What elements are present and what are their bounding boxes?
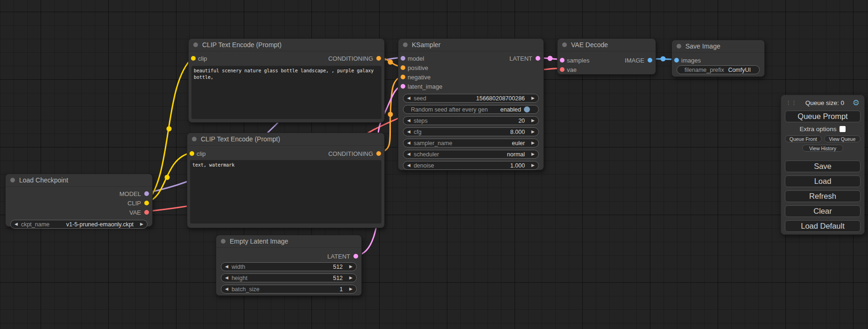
increment-arrow-icon[interactable]: ▶	[349, 287, 353, 291]
slot-row-positive: positive	[398, 63, 543, 72]
negative-prompt-textarea[interactable]: text, watermark	[190, 160, 381, 224]
load-default-button[interactable]: Load Default	[785, 220, 861, 232]
latent-image-input-slot[interactable]	[401, 84, 405, 89]
collapse-dot-icon[interactable]	[10, 178, 15, 182]
save-button[interactable]: Save	[785, 161, 861, 172]
node-title-bar[interactable]: KSampler	[398, 39, 543, 51]
slot-row-latent-image: latent_image	[398, 82, 543, 91]
collapse-dot-icon[interactable]	[562, 42, 567, 47]
width-widget[interactable]: ◀ width 512 ▶	[221, 262, 357, 271]
output-label: IMAGE	[625, 57, 644, 64]
node-save-image[interactable]: Save Image images filename_prefix ComfyU…	[671, 40, 765, 77]
decrement-arrow-icon[interactable]: ◀	[407, 152, 410, 156]
positive-prompt-textarea[interactable]: beautiful scenery nature glass bottle la…	[191, 66, 381, 119]
node-load-checkpoint[interactable]: Load Checkpoint MODEL CLIP VAE ◀ ckpt_na…	[5, 174, 153, 227]
images-input-slot[interactable]	[674, 58, 679, 63]
height-widget[interactable]: ◀ height 512 ▶	[221, 273, 357, 282]
node-vae-decode[interactable]: VAE Decode samples IMAGE vae	[557, 38, 656, 75]
node-title-bar[interactable]: Load Checkpoint	[6, 174, 152, 187]
input-label: negative	[408, 74, 430, 81]
input-label: latent_image	[408, 83, 442, 90]
filename-prefix-widget[interactable]: filename_prefix ComfyUI	[677, 65, 760, 74]
decrement-arrow-icon[interactable]: ◀	[407, 141, 410, 145]
scheduler-widget[interactable]: ◀ scheduler normal ▶	[403, 150, 539, 159]
decrement-arrow-icon[interactable]: ◀	[407, 119, 410, 123]
settings-gear-icon[interactable]: ⚙	[853, 99, 860, 107]
collapse-dot-icon[interactable]	[193, 42, 198, 47]
positive-input-slot[interactable]	[401, 65, 405, 70]
model-output-slot[interactable]	[144, 191, 149, 196]
drag-handle-icon[interactable]: ⋮⋮	[786, 100, 797, 106]
view-queue-button[interactable]: View Queue	[824, 135, 861, 142]
clear-button[interactable]: Clear	[785, 205, 861, 217]
decrement-arrow-icon[interactable]: ◀	[225, 265, 228, 269]
node-clip-text-encode-negative[interactable]: CLIP Text Encode (Prompt) clip CONDITION…	[187, 133, 385, 228]
increment-arrow-icon[interactable]: ▶	[531, 130, 535, 134]
input-label: vae	[567, 66, 577, 73]
collapse-dot-icon[interactable]	[677, 44, 681, 49]
random-seed-toggle-widget[interactable]: Random seed after every gen enabled	[403, 105, 539, 114]
node-ksampler[interactable]: KSampler model LATENT positive negative …	[398, 38, 544, 170]
widget-label: scheduler	[414, 151, 439, 158]
extra-options-row: Extra options	[781, 126, 864, 133]
vae-output-slot[interactable]	[144, 210, 149, 215]
collapse-dot-icon[interactable]	[192, 137, 197, 141]
increment-arrow-icon[interactable]: ▶	[531, 119, 535, 123]
decrement-arrow-icon[interactable]: ◀	[407, 163, 410, 168]
node-title-bar[interactable]: CLIP Text Encode (Prompt)	[187, 133, 384, 146]
increment-arrow-icon[interactable]: ▶	[531, 152, 535, 156]
decrement-arrow-icon[interactable]: ◀	[407, 96, 410, 100]
latent-output-slot[interactable]	[353, 254, 358, 259]
toggle-dot-icon[interactable]	[524, 106, 530, 112]
collapse-dot-icon[interactable]	[221, 239, 226, 244]
node-graph-canvas[interactable]: Load Checkpoint MODEL CLIP VAE ◀ ckpt_na…	[0, 0, 868, 329]
vae-input-slot[interactable]	[560, 67, 565, 72]
batch-size-widget[interactable]: ◀ batch_size 1 ▶	[221, 285, 357, 294]
ckpt-name-widget[interactable]: ◀ ckpt_name v1-5-pruned-emaonly.ckpt ▶	[10, 220, 148, 229]
node-title-bar[interactable]: VAE Decode	[557, 39, 656, 51]
cfg-widget[interactable]: ◀ cfg 8.000 ▶	[403, 127, 539, 136]
node-title-bar[interactable]: CLIP Text Encode (Prompt)	[189, 39, 384, 51]
increment-arrow-icon[interactable]: ▶	[349, 265, 353, 269]
increment-arrow-icon[interactable]: ▶	[531, 141, 535, 145]
view-history-button[interactable]: View History	[802, 145, 843, 152]
conditioning-output-slot[interactable]	[376, 151, 381, 156]
latent-output-slot[interactable]	[536, 56, 540, 61]
widget-label: cfg	[414, 129, 422, 135]
clip-input-slot[interactable]	[191, 56, 196, 61]
collapse-dot-icon[interactable]	[403, 42, 408, 47]
seed-widget[interactable]: ◀ seed 156680208700286 ▶	[403, 94, 539, 103]
node-title-bar[interactable]: Empty Latent Image	[216, 235, 361, 248]
load-button[interactable]: Load	[785, 175, 861, 187]
increment-arrow-icon[interactable]: ▶	[531, 163, 535, 168]
output-label: CLIP	[127, 200, 141, 207]
decrement-arrow-icon[interactable]: ◀	[225, 276, 228, 280]
decrement-arrow-icon[interactable]: ◀	[225, 287, 228, 291]
conditioning-output-slot[interactable]	[376, 56, 381, 61]
negative-input-slot[interactable]	[401, 75, 405, 79]
widget-label: batch_size	[232, 286, 260, 293]
extra-options-checkbox[interactable]	[840, 126, 846, 132]
queue-prompt-button[interactable]: Queue Prompt	[785, 111, 861, 122]
widget-value: euler	[512, 140, 525, 147]
samples-input-slot[interactable]	[560, 58, 565, 63]
decrement-arrow-icon[interactable]: ◀	[14, 222, 18, 226]
model-input-slot[interactable]	[401, 56, 405, 61]
increment-arrow-icon[interactable]: ▶	[140, 222, 143, 226]
node-title-bar[interactable]: Save Image	[672, 40, 764, 53]
slot-row-model: model LATENT	[398, 54, 543, 63]
node-clip-text-encode-positive[interactable]: CLIP Text Encode (Prompt) clip CONDITION…	[188, 38, 385, 123]
queue-panel: ⋮⋮ Queue size: 0 ⚙ Queue Prompt Extra op…	[781, 95, 865, 235]
steps-widget[interactable]: ◀ steps 20 ▶	[403, 116, 539, 125]
increment-arrow-icon[interactable]: ▶	[349, 276, 353, 280]
node-empty-latent-image[interactable]: Empty Latent Image LATENT ◀ width 512 ▶ …	[216, 235, 362, 296]
clip-output-slot[interactable]	[144, 201, 149, 205]
decrement-arrow-icon[interactable]: ◀	[407, 130, 410, 134]
denoise-widget[interactable]: ◀ denoise 1.000 ▶	[403, 161, 539, 170]
increment-arrow-icon[interactable]: ▶	[531, 96, 535, 100]
clip-input-slot[interactable]	[190, 151, 194, 156]
sampler-name-widget[interactable]: ◀ sampler_name euler ▶	[403, 139, 539, 147]
image-output-slot[interactable]	[648, 58, 652, 63]
refresh-button[interactable]: Refresh	[785, 190, 861, 202]
queue-front-button[interactable]: Queue Front	[785, 135, 822, 142]
